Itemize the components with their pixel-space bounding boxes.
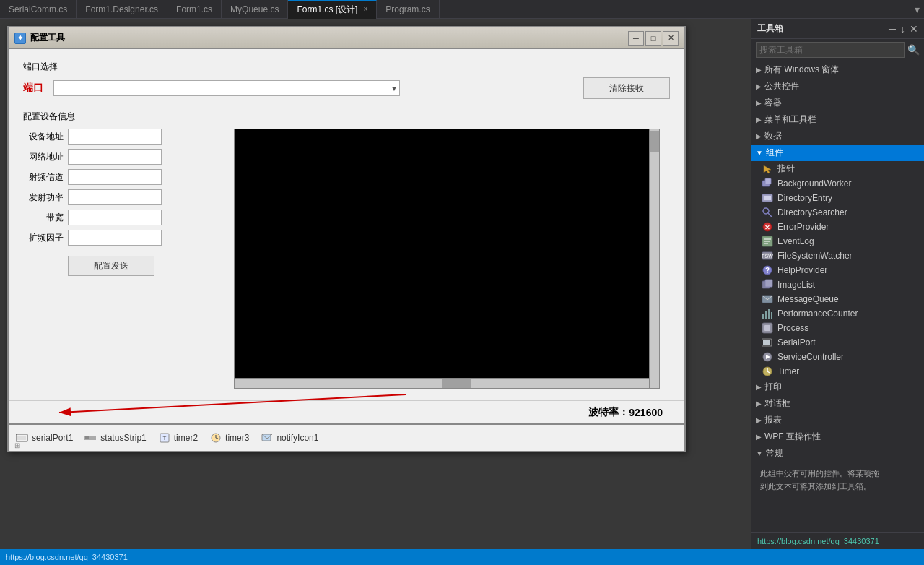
component-statusstrip1[interactable]: statusStrip1 [84,433,146,443]
item-label: Timer [777,366,799,376]
category-general-header[interactable]: ▼ 常规 [751,445,924,462]
toolbox-item-helpprovider[interactable]: ? HelpProvider [757,263,924,277]
category-common: ▶ 公共控件 [751,78,924,95]
component-timer2[interactable]: T timer2 [158,433,198,443]
clear-receive-button[interactable]: 清除接收 [583,77,670,99]
category-container: ▶ 容器 [751,95,924,111]
field-row-spread-factor: 扩频因子 [23,230,225,246]
combobox-arrow-icon: ▼ [391,85,398,92]
category-wpf-header[interactable]: ▶ WPF 互操作性 [751,428,924,445]
category-common-header[interactable]: ▶ 公共控件 [751,78,924,95]
process-icon [762,322,773,334]
toolbox-pin2-icon[interactable]: ↓ [900,23,905,35]
toolbox-item-dirsearcher[interactable]: DirectorySearcher [757,205,924,220]
tab-program[interactable]: Program.cs [377,0,439,19]
component-timer3[interactable]: timer3 [209,433,249,443]
svg-rect-34 [768,309,770,319]
eventlog-icon [762,236,773,247]
category-data-header[interactable]: ▶ 数据 [751,128,924,145]
category-dialog-header[interactable]: ▶ 对话框 [751,395,924,412]
category-arrow-icon: ▶ [756,400,762,407]
field-input-spread-factor[interactable] [68,230,162,246]
notifyicon1-icon [261,433,274,443]
toolbox-search-input[interactable] [756,42,905,58]
field-input-device-addr[interactable] [68,129,162,145]
component-notifyicon1[interactable]: notifyIcon1 [261,433,318,443]
scrollbar-thumb-vertical[interactable] [650,131,659,152]
minimize-button[interactable]: ─ [628,31,644,46]
category-container-header[interactable]: ▶ 容器 [751,95,924,111]
filesystemwatcher-icon: FSW [762,250,773,262]
tab-myqueue[interactable]: MyQueue.cs [222,0,288,19]
tab-overflow-button[interactable]: ▾ [910,0,924,19]
port-section-title: 端口选择 [23,61,670,73]
toolbox-panel: 工具箱 ─ ↓ ✕ 🔍 ▶ 所有 Windows 窗体 [751,19,924,549]
category-label: 打印 [764,381,782,393]
svg-text:FSW: FSW [762,254,773,259]
category-components: ▼ 组件 指针 BackgroundWorker [751,145,924,379]
component-serialport1[interactable]: serialPort1 [16,433,73,443]
field-input-rf-channel[interactable] [68,169,162,185]
tab-form1-design[interactable]: Form1.cs [设计] × [288,0,377,19]
field-input-tx-power[interactable] [68,189,162,205]
category-menu-header[interactable]: ▶ 菜单和工具栏 [751,111,924,128]
category-general: ▼ 常规 此组中没有可用的控件。将某项拖到此文本可将其添加到工具箱。 [751,445,924,499]
toolbox-item-process[interactable]: Process [757,321,924,335]
toolbox-header-icons: ─ ↓ ✕ [889,23,918,35]
toolbox-item-imagelist[interactable]: ImageList [757,277,924,292]
item-label: BackgroundWorker [777,178,852,189]
toolbox-item-perfcounter[interactable]: PerformanceCounter [757,306,924,321]
components-bar: ⊞ serialPort1 statusStrip1 [9,423,684,451]
component-timer2-label: timer2 [174,433,198,443]
toolbox-item-eventlog[interactable]: EventLog [757,234,924,249]
config-send-button[interactable]: 配置发送 [68,256,154,276]
category-all-windows-header[interactable]: ▶ 所有 Windows 窗体 [751,61,924,78]
toolbox-item-servicecontroller[interactable]: ServiceController [757,350,924,364]
category-print-header[interactable]: ▶ 打印 [751,379,924,395]
toolbox-item-timer[interactable]: Timer [757,364,924,379]
toolbox-item-pointer[interactable]: 指针 [757,161,924,176]
category-arrow-icon: ▶ [756,433,762,441]
field-input-bandwidth[interactable] [68,210,162,225]
toolbox-pin-icon[interactable]: ─ [889,23,896,35]
directoryentry-icon [762,192,773,204]
toolbox-item-messagequeue[interactable]: MessageQueue [757,292,924,306]
designer-area: ✦ 配置工具 ─ □ ✕ 端口选择 [0,19,751,549]
field-label-rf-channel: 射频信道 [23,171,64,184]
scrollbar-thumb-horizontal[interactable] [442,379,471,388]
svg-rect-1 [17,436,26,440]
close-button[interactable]: ✕ [663,31,679,46]
display-scrollbar-horizontal[interactable] [235,378,649,388]
toolbox-item-bgworker[interactable]: BackgroundWorker [757,176,924,191]
item-label: ErrorProvider [777,222,829,232]
tab-form1cs[interactable]: Form1.cs [167,0,222,19]
tab-bar: SerialComm.cs Form1.Designer.cs Form1.cs… [0,0,924,19]
category-report-header[interactable]: ▶ 报表 [751,412,924,428]
toolbox-url[interactable]: https://blog.csdn.net/qq_34430371 [757,537,879,545]
toolbox-item-serialport[interactable]: SerialPort [757,335,924,350]
tab-serialcomm[interactable]: SerialComm.cs [0,0,77,19]
category-arrow-icon: ▶ [756,116,762,124]
form-titlebar: ✦ 配置工具 ─ □ ✕ [9,27,684,49]
statusstrip-icon [84,433,97,443]
category-label: 常规 [766,447,783,460]
search-icon: 🔍 [907,44,920,56]
toolbox-item-fsw[interactable]: FSW FileSystemWatcher [757,249,924,263]
toolbox-item-direntry[interactable]: DirectoryEntry [757,191,924,205]
category-label: 容器 [764,97,782,109]
category-label: 数据 [764,130,782,142]
form-window-container[interactable]: ✦ 配置工具 ─ □ ✕ 端口选择 [0,19,751,549]
category-components-header[interactable]: ▼ 组件 [751,145,924,161]
maximize-button[interactable]: □ [645,31,661,46]
category-arrow-icon: ▶ [756,99,762,107]
port-combobox[interactable]: ▼ [53,80,400,96]
toolbox-item-errorprovider[interactable]: ✕ ErrorProvider [757,220,924,234]
toolbox-close-icon[interactable]: ✕ [910,23,918,35]
tab-close-icon[interactable]: × [363,0,367,19]
field-input-network-addr[interactable] [68,149,162,165]
svg-rect-14 [765,178,771,184]
svg-rect-30 [765,280,772,287]
display-scrollbar-vertical[interactable] [649,129,659,388]
tab-form1designer[interactable]: Form1.Designer.cs [77,0,167,19]
fields-panel: 设备地址 网络地址 射频信道 [23,129,225,389]
